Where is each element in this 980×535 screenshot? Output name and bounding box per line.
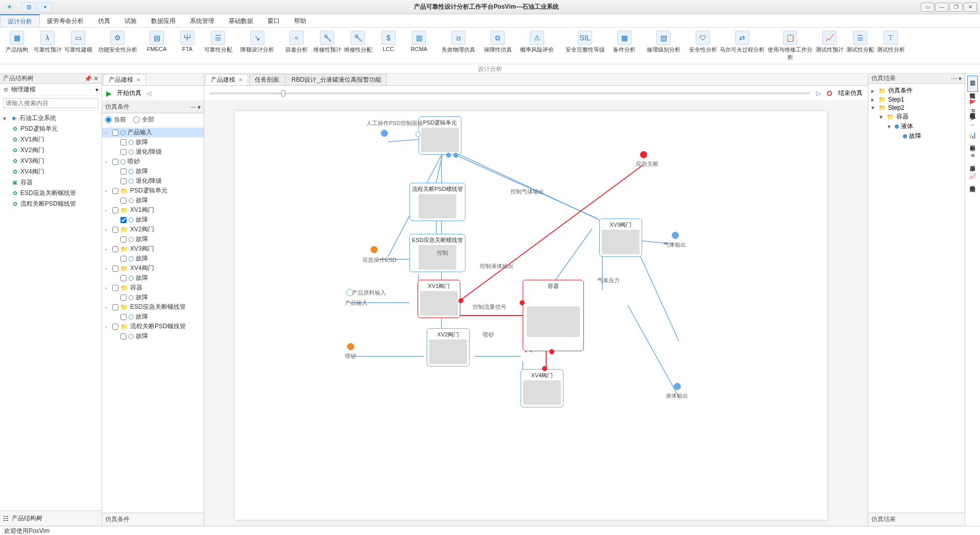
cond-tree-item[interactable]: -📁容器 xyxy=(102,283,204,293)
ribbon-button[interactable]: ☰可靠性分配 xyxy=(203,30,233,62)
side-tab[interactable]: 🚩概率风险评价（PRA） xyxy=(967,96,978,124)
tree-item[interactable]: ✿XV1阀门 xyxy=(0,134,102,145)
maximize-button[interactable]: ❐ xyxy=(949,3,963,12)
doc-tab[interactable]: 任务剖面 xyxy=(249,74,285,85)
ribbon-button[interactable]: ≈容差分析 xyxy=(282,30,311,62)
tree-item[interactable]: ▣容器 xyxy=(0,177,102,188)
port-sand[interactable] xyxy=(347,343,354,350)
cond-tree-item[interactable]: 故障 xyxy=(102,293,204,302)
ribbon-button[interactable]: 🛡安全性分析 xyxy=(688,30,718,62)
ribbon-button[interactable]: ⚙功能安全性分析 xyxy=(94,30,141,62)
tree-item[interactable]: ✿ESD应急关断螺线管 xyxy=(0,188,102,199)
close-button[interactable]: ✕ xyxy=(964,3,977,12)
tree-item[interactable]: ✿XV3阀门 xyxy=(0,156,102,166)
cond-tree-item[interactable]: 故障 xyxy=(102,215,204,225)
cond-checkbox[interactable] xyxy=(120,314,127,320)
node-psd[interactable]: PSD逻辑单元 xyxy=(419,116,461,155)
cond-checkbox[interactable] xyxy=(120,149,127,155)
result-tree-item[interactable]: ▸📁Step1 xyxy=(868,95,965,104)
ribbon-button[interactable]: ▭可靠性建模 xyxy=(63,30,93,62)
doc-tab[interactable]: RBD设计_分液罐液位高报警功能 xyxy=(286,74,387,85)
start-sim-icon[interactable]: ▶ xyxy=(106,89,112,98)
ribbon-button[interactable]: ☰测试性分配 xyxy=(845,30,875,62)
side-tab[interactable]: 📈不确定性分析 xyxy=(967,169,978,185)
cond-tree-item[interactable]: 故障 xyxy=(102,273,204,283)
port-esdop[interactable] xyxy=(371,246,378,253)
ribbon-button[interactable]: ▤FMECA xyxy=(142,30,172,62)
cond-checkbox[interactable] xyxy=(112,227,118,233)
panel-pin-icon[interactable]: 📌 ✕ xyxy=(84,75,99,82)
ribbon-button[interactable]: 🔧维修性预计 xyxy=(312,30,342,62)
node-xv1[interactable]: XV1阀门 xyxy=(418,280,460,318)
cond-tree-item[interactable]: 故障 xyxy=(102,234,204,244)
cond-checkbox[interactable] xyxy=(112,207,118,213)
cond-tree-item[interactable]: -📁XV4阀门 xyxy=(102,263,204,273)
menu-tab[interactable]: 数据应用 xyxy=(144,14,183,27)
cond-tree-item[interactable]: 退化/降级 xyxy=(102,176,204,186)
cond-checkbox[interactable] xyxy=(112,159,118,165)
cond-tree-item[interactable]: -喷砂 xyxy=(102,157,204,166)
cond-checkbox[interactable] xyxy=(112,265,118,272)
ribbon-button[interactable]: ↘降额设计分析 xyxy=(234,30,281,62)
tab-close-icon[interactable]: ✕ xyxy=(238,77,242,83)
cond-checkbox[interactable] xyxy=(112,188,118,194)
node-vessel[interactable]: 容器 xyxy=(523,280,584,351)
menu-tab[interactable]: 试验 xyxy=(117,14,144,27)
tree-item[interactable]: ✿PSD逻辑单元 xyxy=(0,124,102,134)
result-tree-item[interactable]: ▸📁仿真条件 xyxy=(868,86,965,95)
result-tree-item[interactable]: ▾📁容器 xyxy=(868,112,965,121)
result-tree-item[interactable]: ▾📁Step2 xyxy=(868,104,965,112)
filter-current[interactable]: 当前 xyxy=(105,115,126,124)
ribbon-button[interactable]: ⚠概率风险评价 xyxy=(513,30,560,62)
cond-checkbox[interactable] xyxy=(120,295,127,301)
result-tree-item[interactable]: ▾液体 xyxy=(868,121,965,131)
cond-tree-item[interactable]: -📁XV1阀门 xyxy=(102,205,204,215)
cond-tree-item[interactable]: 退化/降级 xyxy=(102,147,204,157)
menu-tab[interactable]: 系统管理 xyxy=(183,14,222,27)
step-back-icon[interactable]: ◁ xyxy=(146,90,151,97)
cond-checkbox[interactable] xyxy=(112,285,118,291)
menu-tab[interactable]: 基础数据 xyxy=(222,14,260,27)
cond-checkbox[interactable] xyxy=(112,324,118,330)
filter-all[interactable]: 全部 xyxy=(133,115,154,124)
cond-tree-item[interactable]: -📁XV2阀门 xyxy=(102,225,204,234)
menu-tab[interactable]: 疲劳寿命分析 xyxy=(40,14,91,27)
doc-tab[interactable]: 产品建模✕ xyxy=(103,74,146,85)
tree-item[interactable]: ✿XV4阀门 xyxy=(0,166,102,177)
cond-checkbox[interactable] xyxy=(120,198,127,204)
model-mode-dropdown-icon[interactable]: ▾ xyxy=(95,86,99,93)
diagram-canvas-area[interactable]: 产品建模✕任务剖面RBD设计_分液罐液位高报警功能 ▷ 结束仿真 xyxy=(204,74,868,526)
cond-checkbox[interactable] xyxy=(120,139,127,145)
cond-tree-item[interactable]: 故障 xyxy=(102,166,204,176)
cond-checkbox[interactable] xyxy=(120,168,127,175)
cond-tree-item[interactable]: 故障 xyxy=(102,312,204,322)
tree-item[interactable]: ✿XV2阀门 xyxy=(0,145,102,156)
step-forward-icon[interactable]: ▷ xyxy=(816,90,821,97)
node-psdline[interactable]: 流程关断PSD螺线管 xyxy=(409,183,465,221)
tree-item[interactable]: ✿流程关断PSD螺线管 xyxy=(0,199,102,209)
ribbon-button[interactable]: ▦备件分析 xyxy=(609,30,639,62)
cond-tree-item[interactable]: -产品输入 xyxy=(102,128,204,137)
cond-checkbox[interactable] xyxy=(112,304,118,310)
ribbon-button[interactable]: 🔧维修性分配 xyxy=(343,30,373,62)
node-xv3[interactable]: XV3阀门 xyxy=(599,218,642,257)
product-tree-search-input[interactable] xyxy=(3,98,99,108)
ribbon-button[interactable]: ⧉保障性仿真 xyxy=(483,30,512,62)
ribbon-button[interactable]: ⼬FTA xyxy=(173,30,202,62)
cond-checkbox[interactable] xyxy=(112,130,118,136)
ribbon-button[interactable]: 📈测试性预计 xyxy=(815,30,844,62)
cond-tree-item[interactable]: 故障 xyxy=(102,254,204,263)
reading-layout-button[interactable]: ▭ xyxy=(921,3,934,12)
tree-root[interactable]: ▾◆石油工业系统 xyxy=(0,113,102,124)
port-liqout[interactable] xyxy=(674,383,681,390)
cond-tree-item[interactable]: -📁流程关断PSD螺线管 xyxy=(102,322,204,331)
cond-tree-item[interactable]: -📁ESD应急关断螺线管 xyxy=(102,302,204,312)
port-emergency[interactable] xyxy=(640,151,647,158)
node-xv4[interactable]: XV4阀门 xyxy=(521,369,564,407)
panel-pin-icon[interactable]: ⋯ ▾ xyxy=(951,75,962,82)
port-panel[interactable] xyxy=(381,130,388,137)
qat-dropdown[interactable]: ▾ xyxy=(38,2,52,12)
menu-tab[interactable]: 设计分析 xyxy=(0,14,40,27)
ribbon-button[interactable]: ⊤测试性分析 xyxy=(876,30,905,62)
ribbon-button[interactable]: SIL安全完整性等级 xyxy=(561,30,608,62)
